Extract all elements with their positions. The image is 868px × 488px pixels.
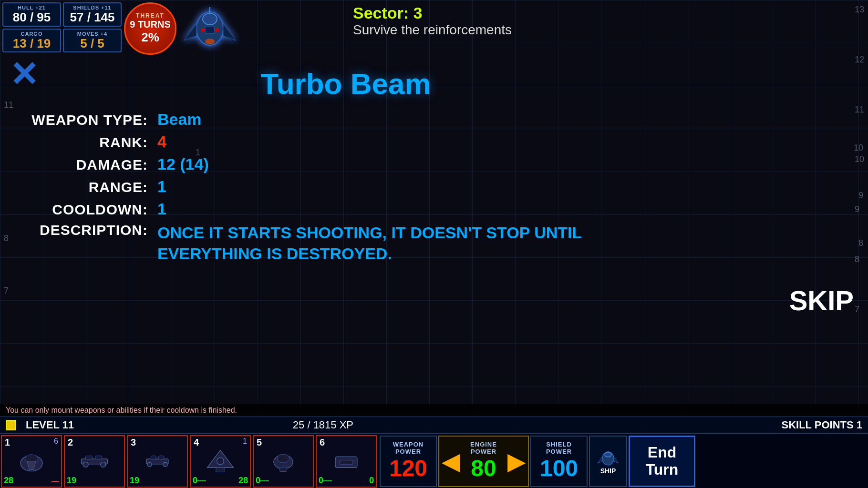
shield-power-label: SHIELDPOWER <box>546 441 572 455</box>
slot-4-num: 4 <box>194 437 199 448</box>
weapon-power-label: WEAPONPOWER <box>393 441 424 455</box>
grid-num-10-right: 10 <box>854 143 863 153</box>
notice-bar: You can only mount weapons or abilities … <box>0 404 868 417</box>
weapon-slot-3[interactable]: 3 19 <box>127 435 188 488</box>
moves-value: 5 / 5 <box>68 37 117 51</box>
close-button[interactable]: ✕ <box>10 57 48 95</box>
weapon-desc-value: ONCE IT STARTS SHOOTING, IT DOESN'T STOP… <box>157 222 587 264</box>
shield-power-value: 100 <box>540 455 578 481</box>
slot-1-num: 1 <box>5 437 10 448</box>
sector-name: Sector: 3 <box>353 4 512 22</box>
slot-3-num: 3 <box>131 437 136 448</box>
level-indicator-icon <box>6 420 16 430</box>
engine-arrow-left[interactable]: ◀ <box>442 447 460 475</box>
skip-label: SKIP <box>789 285 854 316</box>
weapon-desc-label: DESCRIPTION: <box>19 222 148 238</box>
weapon-type-row: WEAPON TYPE: Beam <box>19 110 672 129</box>
slot-4-value-r: 28 <box>238 476 248 486</box>
slot-5-value: 0— <box>256 476 269 486</box>
weapon-slot-5[interactable]: 5 0— <box>253 435 314 488</box>
svg-marker-2 <box>223 24 236 41</box>
weapon-damage-value: 12 (14) <box>157 155 209 173</box>
moves-label: MOVES +4 <box>68 31 117 37</box>
grid-num-9-right: 9 <box>858 191 863 201</box>
slot-6-icon <box>327 447 365 476</box>
slot-2-icon <box>75 447 114 476</box>
power-panels: WEAPONPOWER 120 ◀ ENGINEPOWER 80 ▶ SHIEL… <box>380 435 695 488</box>
shields-box: SHIELDS +11 57 / 145 <box>63 2 122 27</box>
hull-value: 80 / 95 <box>7 10 56 24</box>
weapon-range-row: RANGE: 1 <box>19 177 672 196</box>
svg-rect-19 <box>159 456 164 459</box>
svg-point-33 <box>605 452 611 457</box>
hull-box: HULL +21 80 / 95 <box>2 2 61 27</box>
weapon-slots-bar: 1 6 28 — 2 <box>0 433 868 488</box>
weapon-power-panel: WEAPONPOWER 120 <box>380 436 437 487</box>
slot-5-num: 5 <box>257 437 262 448</box>
svg-point-4 <box>205 39 215 44</box>
threat-circle: THREAT 9 TURNS 2% <box>124 2 176 55</box>
level-text: LEVEL 11 <box>26 419 74 431</box>
svg-rect-13 <box>86 456 93 459</box>
weapon-range-label: RANGE: <box>19 179 148 195</box>
slot-6-num: 6 <box>320 437 325 448</box>
svg-rect-27 <box>280 467 287 471</box>
engine-power-inner: ENGINEPOWER 80 <box>460 436 507 487</box>
weapon-range-value: 1 <box>157 177 166 196</box>
slot-3-value: 19 <box>130 476 139 486</box>
end-turn-button[interactable]: EndTurn <box>629 436 695 487</box>
close-icon: ✕ <box>10 55 38 93</box>
ship-btn-label: SHIP <box>600 467 616 475</box>
svg-point-21 <box>163 462 167 467</box>
svg-point-3 <box>203 13 217 25</box>
grid-num-8-right: 8 <box>858 238 863 248</box>
cargo-label: CARGO <box>7 31 56 37</box>
slot-1-count: 6 <box>54 437 58 446</box>
weapon-slot-6[interactable]: 6 0— 0 <box>316 435 377 488</box>
svg-point-15 <box>83 462 88 467</box>
weapon-desc-row: DESCRIPTION: ONCE IT STARTS SHOOTING, IT… <box>19 222 672 264</box>
slot-2-num: 2 <box>68 437 73 448</box>
slot-4-icon <box>201 447 239 476</box>
weapon-slot-2[interactable]: 2 19 <box>64 435 125 488</box>
engine-power-panel: ◀ ENGINEPOWER 80 ▶ <box>438 436 529 487</box>
weapon-slot-4[interactable]: 4 1 0— 28 <box>190 435 251 488</box>
svg-rect-5 <box>205 26 215 33</box>
weapon-power-value: 120 <box>389 455 427 481</box>
engine-arrow-right[interactable]: ▶ <box>507 447 526 475</box>
svg-point-20 <box>147 462 152 467</box>
slot-4-count: 1 <box>243 437 247 446</box>
end-turn-label: EndTurn <box>646 444 679 478</box>
engine-power-label: ENGINEPOWER <box>470 441 497 455</box>
weapon-rank-label: RANK: <box>19 134 148 151</box>
ship-button[interactable]: SHIP <box>589 436 627 487</box>
skip-button[interactable]: SKIP <box>789 285 854 316</box>
shields-value: 57 / 145 <box>68 10 117 24</box>
weapon-damage-label: DAMAGE: <box>19 157 148 173</box>
slot-4-value: 0— <box>193 476 206 486</box>
weapon-type-label: WEAPON TYPE: <box>19 112 148 128</box>
weapon-rank-row: RANK: 4 <box>19 132 672 151</box>
weapon-cooldown-row: COOLDOWN: 1 <box>19 200 672 218</box>
slot-1-icon <box>12 447 51 476</box>
slot-1-value: 28 <box>4 476 13 486</box>
weapon-cooldown-value: 1 <box>157 200 166 218</box>
threat-label: THREAT <box>136 12 165 19</box>
cargo-box: CARGO 13 / 19 <box>2 29 61 53</box>
slot-2-value: 19 <box>67 476 76 486</box>
svg-rect-18 <box>151 456 156 459</box>
svg-marker-32 <box>614 457 619 463</box>
weapon-type-value: Beam <box>157 110 202 129</box>
level-bar: LEVEL 11 25 / 1815 XP SKILL POINTS 1 <box>0 417 868 433</box>
xp-text: 25 / 1815 XP <box>293 419 353 431</box>
weapon-rank-value: 4 <box>157 132 166 151</box>
weapon-slot-1[interactable]: 1 6 28 — <box>1 435 62 488</box>
slot-6-value: 0— <box>319 476 332 486</box>
player-ship-hud <box>179 2 241 55</box>
weapon-stats: WEAPON TYPE: Beam RANK: 4 DAMAGE: 12 (14… <box>19 110 672 264</box>
weapon-popup: Turbo Beam WEAPON TYPE: Beam RANK: 4 DAM… <box>0 62 692 315</box>
svg-point-16 <box>101 462 106 467</box>
slot-5-icon <box>264 447 302 476</box>
cargo-value: 13 / 19 <box>7 37 56 51</box>
slot-3-icon <box>138 447 176 476</box>
